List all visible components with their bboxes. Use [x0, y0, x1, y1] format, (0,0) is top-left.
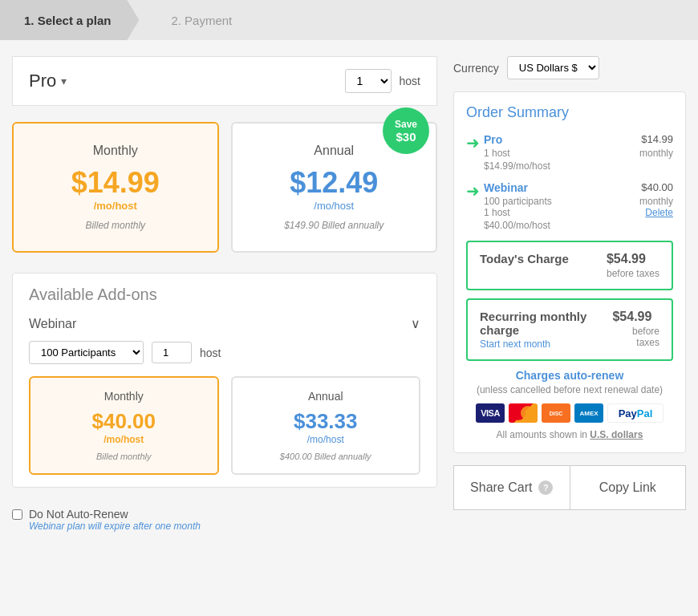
webinar-annual-price: $33.33 [245, 409, 408, 434]
annual-per-host: /mo/host [245, 200, 424, 212]
recurring-charge-row: Recurring monthly charge Start next mont… [480, 310, 659, 350]
paypal-pay-text: Pay [619, 407, 637, 419]
mastercard-icon [509, 403, 538, 423]
order-summary-title: Order Summary [466, 104, 673, 121]
webinar-participants: 100 participants [484, 196, 552, 207]
plan-name-text: Pro [29, 71, 56, 91]
share-cart-label: Share Cart [470, 480, 532, 495]
host-selector: 1 2 5 10 host [345, 69, 420, 93]
webinar-toggle-chevron: ∨ [411, 316, 420, 331]
webinar-host-count: 1 host [484, 207, 510, 218]
plan-dropdown-arrow: ▾ [61, 75, 67, 87]
currency-note-strong: U.S. dollars [590, 429, 643, 440]
step-1-label: 1. Select a plan [24, 14, 111, 27]
webinar-addon-config: 100 Participants 500 Participants 1000 P… [29, 341, 420, 364]
webinar-monthly-billed-note: Billed monthly [43, 452, 205, 461]
visa-icon: VISA [476, 403, 505, 423]
recurring-charge-amount: $54.99 [612, 310, 659, 324]
paypal-icon: PayPal [607, 403, 664, 423]
pricing-cards: Monthly $14.99 /mo/host Billed monthly S… [12, 122, 437, 253]
save-badge-amount: $30 [396, 130, 416, 144]
monthly-per-host: /mo/host [26, 200, 205, 212]
today-charge-sub: before taxes [607, 268, 659, 279]
webinar-price-per-host: $40.00/mo/host [484, 220, 550, 231]
currency-select[interactable]: US Dollars $ EUR € GBP £ [507, 56, 599, 79]
addons-section: Available Add-ons Webinar ∨ 100 Particip… [12, 273, 437, 488]
auto-renew-notice: Charges auto-renew (unless cancelled bef… [466, 369, 673, 395]
addons-title: Available Add-ons [29, 286, 420, 304]
steps-bar: 1. Select a plan 2. Payment [0, 0, 698, 40]
pro-item-detail1: 1 host [484, 148, 510, 159]
today-charge-box: Today's Charge $54.99 before taxes [466, 241, 673, 290]
host-quantity-select[interactable]: 1 2 5 10 [345, 69, 392, 93]
save-badge-label: Save [395, 119, 417, 130]
bottom-buttons: Share Cart ? Copy Link [453, 465, 686, 510]
webinar-addon-toggle[interactable]: Webinar ∨ [29, 316, 420, 331]
webinar-pricing-cards: Monthly $40.00 /mo/host Billed monthly A… [29, 376, 420, 475]
today-charge-row: Today's Charge $54.99 before taxes [480, 252, 659, 279]
webinar-item-name: Webinar [484, 181, 528, 194]
webinar-item-freq: monthly [639, 196, 673, 207]
plan-name-dropdown[interactable]: Pro ▾ [29, 71, 67, 91]
pro-item-detail2: $14.99/mo/host [484, 160, 550, 172]
webinar-item-price: $40.00 [641, 181, 673, 193]
webinar-annual-card[interactable]: Annual $33.33 /mo/host $400.00 Billed an… [231, 376, 421, 475]
host-label: host [400, 75, 420, 87]
webinar-addon-label: Webinar [29, 317, 76, 331]
webinar-monthly-period: Monthly [43, 390, 205, 403]
webinar-delete-link[interactable]: Delete [645, 207, 673, 218]
step-1[interactable]: 1. Select a plan [0, 0, 139, 40]
annual-price: $12.49 [245, 166, 424, 200]
today-charge-label: Today's Charge [480, 252, 569, 265]
participants-select[interactable]: 100 Participants 500 Participants 1000 P… [29, 341, 144, 364]
auto-renew-sublabel: Webinar plan will expire after one month [29, 521, 201, 532]
copy-link-button[interactable]: Copy Link [570, 465, 687, 510]
pro-item-name: Pro [484, 133, 502, 146]
auto-renew-text: Do Not Auto-Renew Webinar plan will expi… [29, 508, 201, 532]
copy-link-label: Copy Link [599, 480, 656, 495]
webinar-annual-billed-note: $400.00 Billed annually [245, 452, 408, 461]
annual-billed-note: $149.90 Billed annually [245, 220, 424, 231]
webinar-item-row: Webinar $40.00 [484, 181, 673, 194]
webinar-host-input[interactable] [152, 342, 192, 363]
currency-label: Currency [453, 62, 499, 75]
payment-icons: VISA DISC AMEX PayPal [466, 403, 673, 423]
amex-icon: AMEX [574, 403, 603, 423]
auto-renew-section: Do Not Auto-Renew Webinar plan will expi… [12, 500, 437, 540]
right-panel: Currency US Dollars $ EUR € GBP £ Order … [453, 56, 686, 540]
webinar-monthly-per-host: /mo/host [43, 434, 205, 445]
pro-arrow-icon: ➜ [466, 133, 480, 152]
today-charge-amount: $54.99 [607, 252, 659, 266]
main-content: Pro ▾ 1 2 5 10 host Monthly $14.99 /mo/h… [0, 40, 698, 556]
monthly-plan-card[interactable]: Monthly $14.99 /mo/host Billed monthly [12, 122, 219, 253]
step-2: 2. Payment [139, 0, 248, 40]
share-cart-button[interactable]: Share Cart ? [453, 465, 570, 510]
webinar-annual-period: Annual [245, 390, 408, 403]
save-badge: Save $30 [383, 107, 429, 154]
recurring-charge-sub: before taxes [612, 326, 659, 348]
monthly-billed-note: Billed monthly [26, 220, 205, 231]
webinar-monthly-price: $40.00 [43, 409, 205, 434]
step-2-label: 2. Payment [171, 14, 232, 27]
order-summary: Order Summary ➜ Pro $14.99 1 host monthl… [453, 91, 686, 453]
pro-item-row: Pro $14.99 [484, 133, 673, 146]
currency-row: Currency US Dollars $ EUR € GBP £ [453, 56, 686, 79]
discover-icon: DISC [542, 403, 570, 423]
monthly-period-label: Monthly [26, 144, 205, 158]
recurring-charge-label: Recurring monthly charge [480, 310, 612, 337]
webinar-host-label: host [200, 346, 221, 359]
auto-renew-notice-subtitle: (unless cancelled before next renewal da… [466, 384, 673, 395]
auto-renew-label: Do Not Auto-Renew [29, 508, 201, 521]
currency-note-text: All amounts shown in [497, 429, 587, 440]
left-panel: Pro ▾ 1 2 5 10 host Monthly $14.99 /mo/h… [12, 56, 453, 540]
order-item-webinar: ➜ Webinar $40.00 100 participants monthl… [466, 181, 673, 231]
paypal-pal-text: Pal [637, 407, 653, 419]
auto-renew-checkbox[interactable] [12, 509, 22, 520]
pro-item-freq: monthly [639, 148, 673, 159]
webinar-arrow-icon: ➜ [466, 181, 480, 201]
auto-renew-notice-title: Charges auto-renew [466, 369, 673, 382]
share-cart-help-icon[interactable]: ? [538, 480, 553, 495]
recurring-charge-box: Recurring monthly charge Start next mont… [466, 298, 673, 361]
monthly-price: $14.99 [26, 166, 205, 200]
webinar-monthly-card[interactable]: Monthly $40.00 /mo/host Billed monthly [29, 376, 219, 475]
